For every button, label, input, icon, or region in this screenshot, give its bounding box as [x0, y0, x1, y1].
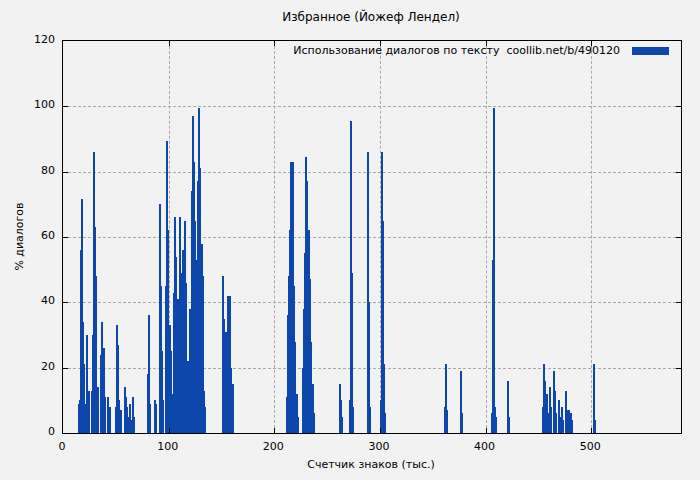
gridline-y-100 [63, 106, 681, 107]
x-axis-label: Счетчик знаков (тыс.) [62, 458, 680, 471]
gridline-y-40 [63, 302, 681, 303]
impulse-bar [313, 413, 315, 433]
impulse-bar [352, 407, 354, 433]
impulse-bar [384, 413, 386, 433]
impulse-bar [109, 407, 111, 433]
y-tick-mark-right [676, 302, 681, 303]
gridline-x-200 [274, 41, 275, 433]
impulse-bar [562, 420, 564, 433]
y-tick-label: 100 [12, 98, 55, 111]
impulse-bar [446, 410, 448, 433]
x-tick-mark-top [169, 41, 170, 46]
x-tick-label: 500 [568, 440, 612, 453]
impulse-bar [149, 404, 151, 433]
impulse-bar [120, 410, 122, 433]
legend-label: Использование диалогов по тексту coollib… [293, 44, 620, 57]
gridline-y-20 [63, 368, 681, 369]
y-tick-mark [63, 237, 68, 238]
impulse-bar [555, 413, 557, 433]
x-tick-label: 100 [146, 440, 190, 453]
impulse-bar [341, 417, 343, 433]
y-tick-mark [63, 368, 68, 369]
y-tick-mark-right [676, 368, 681, 369]
impulse-bar [495, 417, 497, 433]
y-tick-mark [63, 172, 68, 173]
impulse-bar [461, 413, 463, 433]
x-tick-label: 400 [463, 440, 507, 453]
x-tick-label: 300 [357, 440, 401, 453]
y-tick-label: 0 [12, 425, 55, 438]
impulse-bar [493, 108, 495, 433]
y-tick-mark-right [676, 172, 681, 173]
impulse-bar [369, 407, 371, 433]
y-tick-label: 40 [12, 294, 55, 307]
impulse-bar [594, 420, 596, 433]
impulse-bar [104, 397, 106, 433]
gridline-y-60 [63, 237, 681, 238]
x-tick-mark [380, 428, 381, 433]
y-tick-label: 80 [12, 164, 55, 177]
legend: Использование диалогов по тексту coollib… [293, 44, 669, 57]
y-tick-mark [63, 106, 68, 107]
impulse-bar [297, 417, 299, 433]
y-tick-mark-right [676, 237, 681, 238]
impulse-bar [133, 417, 135, 433]
impulse-bar [204, 407, 206, 433]
impulse-bar [97, 410, 99, 433]
impulse-bar [508, 417, 510, 433]
gridline-y-80 [63, 172, 681, 173]
x-tick-mark [274, 428, 275, 433]
y-tick-mark [63, 302, 68, 303]
impulse-bar [571, 420, 573, 433]
x-tick-label: 0 [40, 440, 84, 453]
legend-swatch-icon [632, 47, 669, 55]
x-tick-mark [169, 428, 170, 433]
impulse-bar [155, 404, 157, 433]
y-tick-label: 60 [12, 229, 55, 242]
x-tick-mark-top [274, 41, 275, 46]
plot-area: Использование диалогов по тексту coollib… [62, 40, 682, 434]
y-tick-label: 120 [12, 33, 55, 46]
gridline-x-400 [486, 41, 487, 433]
y-tick-label: 20 [12, 360, 55, 373]
x-tick-mark [591, 428, 592, 433]
chart-title: Избранное (Йожеф Лендел) [62, 10, 680, 24]
x-tick-mark [486, 428, 487, 433]
x-tick-label: 200 [251, 440, 295, 453]
y-tick-mark-right [676, 106, 681, 107]
screenshot-root: { "window": { "background_color": "#f2f2… [0, 0, 700, 480]
impulse-bar [232, 384, 234, 433]
